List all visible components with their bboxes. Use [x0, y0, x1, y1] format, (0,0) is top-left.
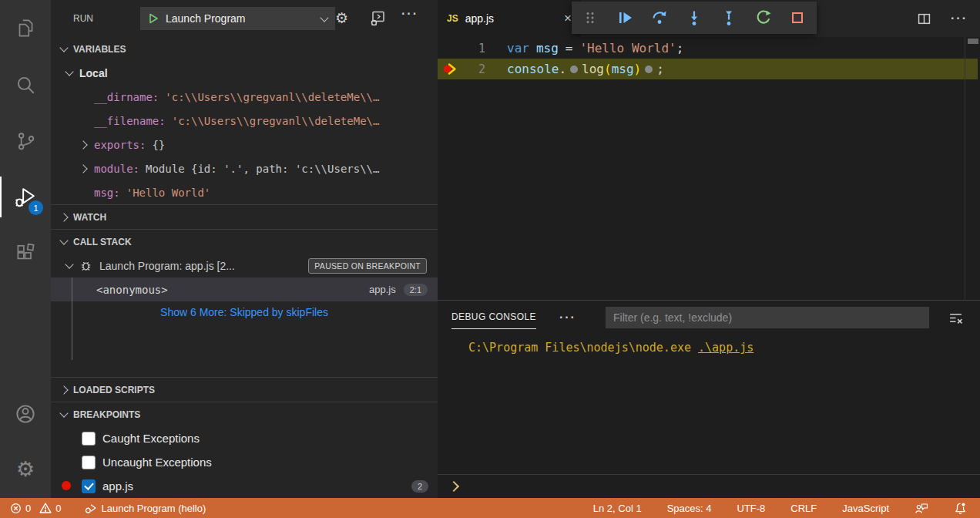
- configure-gear-icon[interactable]: ⚙: [335, 11, 348, 25]
- frame-file: app.js: [369, 284, 396, 295]
- panel-more-actions[interactable]: ···: [559, 311, 576, 325]
- toolbar-drag-handle[interactable]: [576, 4, 604, 32]
- token-keyword: var: [507, 41, 529, 56]
- console-file-link[interactable]: .\app.js: [698, 341, 753, 355]
- variable-msg[interactable]: msg: 'Hello World': [51, 180, 438, 204]
- stop-icon[interactable]: [784, 4, 811, 32]
- tree-indent-guide: [72, 278, 72, 360]
- show-more-frames-link[interactable]: Show 6 More: Skipped by skipFiles: [51, 301, 438, 322]
- checkbox-unchecked[interactable]: [82, 432, 96, 446]
- chevron-right-icon: [79, 140, 87, 149]
- code-editor[interactable]: 1 var msg = 'Hello World' ;: [438, 37, 980, 300]
- variable-dirname[interactable]: __dirname: 'c:\\Users\\gregvanl\\deleteM…: [51, 85, 438, 109]
- indentation[interactable]: Spaces: 4: [665, 503, 714, 514]
- console-output-line: C:\Program Files\nodejs\node.exe .\app.j…: [468, 341, 980, 355]
- cursor-position[interactable]: Ln 2, Col 1: [591, 503, 644, 514]
- debug-console-icon[interactable]: [368, 9, 387, 28]
- breakpoint-caught-exceptions[interactable]: Caught Exceptions: [51, 426, 438, 450]
- debug-session-row[interactable]: Launch Program: app.js [2... PAUSED ON B…: [51, 254, 438, 278]
- repl-input-row[interactable]: [438, 474, 980, 498]
- sidebar-item-extensions[interactable]: [0, 225, 51, 281]
- variable-exports[interactable]: exports:{}: [51, 133, 438, 156]
- paused-breakpoint-icon[interactable]: [438, 62, 461, 76]
- chevron-down-icon: [59, 236, 68, 244]
- restart-icon[interactable]: [750, 4, 777, 32]
- section-label: VARIABLES: [73, 44, 126, 55]
- section-call-stack[interactable]: CALL STACK: [51, 229, 438, 254]
- launch-configuration-dropdown[interactable]: Launch Program: [140, 7, 335, 30]
- chevron-down-icon: [65, 67, 73, 76]
- variable-value: 'c:\\Users\\gregvanl\\deleteMe\…: [172, 115, 380, 127]
- session-label: Launch Program: app.js [2...: [99, 260, 235, 272]
- variable-value: 'c:\\Users\\gregvanl\\deleteMe\\…: [165, 91, 379, 103]
- editor-actions: ···: [918, 0, 968, 37]
- paused-on-breakpoint-badge: PAUSED ON BREAKPOINT: [308, 258, 427, 274]
- section-breakpoints[interactable]: BREAKPOINTS: [51, 402, 438, 426]
- variable-module[interactable]: module:Module {id: '.', path: 'c:\\Users…: [51, 156, 438, 180]
- checkbox-checked[interactable]: [82, 479, 96, 493]
- inline-breakpoint-icon[interactable]: [570, 66, 578, 73]
- vscode-window: 1 ⚙: [0, 0, 980, 518]
- step-into-icon[interactable]: [680, 4, 708, 32]
- sidebar-item-run-and-debug[interactable]: 1: [0, 169, 51, 225]
- sidebar-item-source-control[interactable]: [0, 113, 51, 169]
- scope-local[interactable]: Local: [51, 61, 438, 85]
- breakpoint-label: Caught Exceptions: [102, 432, 200, 445]
- account-icon: [13, 402, 38, 426]
- launch-config-label: Launch Program: [166, 12, 246, 25]
- step-over-icon[interactable]: [646, 4, 673, 32]
- token-variable: msg: [536, 41, 559, 56]
- section-watch[interactable]: WATCH: [51, 204, 438, 229]
- split-editor-icon[interactable]: [918, 12, 931, 25]
- active-debug-session[interactable]: Launch Program (hello): [82, 502, 208, 515]
- tab-appjs[interactable]: JS app.js ×: [438, 0, 581, 37]
- stack-frame-row[interactable]: <anonymous> app.js 2:1: [51, 278, 438, 301]
- editor-more-actions[interactable]: ···: [951, 12, 968, 25]
- close-icon[interactable]: ×: [564, 11, 572, 26]
- feedback-icon[interactable]: [912, 502, 931, 515]
- section-loaded-scripts[interactable]: LOADED SCRIPTS: [51, 377, 438, 402]
- step-out-icon[interactable]: [715, 4, 743, 32]
- editor-group: JS app.js × ···: [438, 0, 980, 498]
- variable-filename[interactable]: __filename: 'c:\\Users\\gregvanl\\delete…: [51, 109, 438, 133]
- workbench: 1 ⚙: [0, 0, 980, 498]
- chevron-right-icon: [59, 385, 68, 394]
- checkbox-unchecked[interactable]: [82, 456, 96, 469]
- checkmark-icon: [84, 480, 94, 490]
- status-bar: 0 0 Launch Program (hello) L: [0, 498, 980, 518]
- account-button[interactable]: [0, 385, 51, 442]
- tab-debug-console[interactable]: DEBUG CONSOLE: [451, 311, 536, 324]
- line-number: 2: [461, 62, 485, 76]
- encoding[interactable]: UTF-8: [735, 503, 768, 514]
- debug-toolbar: [572, 2, 817, 34]
- views-more-actions[interactable]: ···: [401, 7, 418, 21]
- inline-breakpoint-icon[interactable]: [645, 66, 653, 73]
- language-mode[interactable]: JavaScript: [840, 503, 891, 514]
- frame-line-col-badge: 2:1: [404, 284, 428, 296]
- breakpoint-appjs[interactable]: app.js 2: [51, 474, 438, 498]
- extensions-icon: [14, 242, 37, 265]
- sidebar-item-explorer[interactable]: [0, 0, 51, 56]
- console-filter-input[interactable]: [606, 307, 929, 328]
- javascript-file-icon: JS: [447, 13, 458, 24]
- notifications-bell-icon[interactable]: [951, 502, 969, 515]
- source-control-icon: [14, 130, 37, 153]
- variable-name: module:: [94, 163, 139, 175]
- problems-indicator[interactable]: 0 0: [8, 502, 63, 514]
- section-variables[interactable]: VARIABLES: [51, 37, 438, 61]
- manage-settings-button[interactable]: ⚙: [0, 442, 51, 498]
- editor-scrollbar[interactable]: [968, 39, 978, 44]
- code-line-1: 1 var msg = 'Hello World' ;: [438, 38, 980, 59]
- breakpoint-uncaught-exceptions[interactable]: Uncaught Exceptions: [51, 450, 438, 474]
- sidebar-item-search[interactable]: [0, 56, 51, 113]
- end-of-line[interactable]: CRLF: [788, 503, 819, 514]
- status-bar-left: 0 0 Launch Program (hello): [8, 502, 208, 515]
- clear-console-icon[interactable]: [948, 311, 963, 325]
- run-debug-sidebar: RUN Launch Program ⚙ ···: [51, 0, 438, 498]
- sidebar-title: RUN: [73, 13, 93, 24]
- continue-icon[interactable]: [611, 4, 639, 32]
- breakpoint-count-badge: 2: [411, 480, 428, 493]
- variable-name: __filename:: [94, 115, 166, 127]
- token-semicolon: ;: [656, 62, 664, 76]
- token-argument: msg: [612, 62, 634, 76]
